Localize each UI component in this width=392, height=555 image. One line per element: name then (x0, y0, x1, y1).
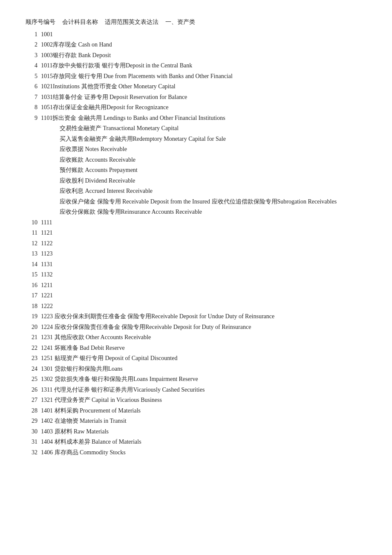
rows2-section: 1011111111211211221311231411311511321612… (26, 218, 366, 458)
row-content: 1301 贷款银行和保险共用Loans (41, 364, 366, 375)
row-content: 1021Institutions 其他货币资金 Other Monetary C… (41, 81, 366, 92)
table-row: 271321 代理业务资产 Capital in Vicarious Busin… (26, 395, 366, 406)
indented-row: 交易性金融资产 Transactional Monetary Capital (26, 123, 366, 134)
row-num: 8 (26, 102, 37, 113)
indented-content: 应收账款 Accounts Receivable (60, 155, 366, 166)
table-row: 11001 (26, 29, 366, 40)
row-num: 32 (26, 447, 37, 458)
row-content: 1251 贴现资产 银行专用 Deposit of Capital Discou… (41, 353, 366, 364)
table-row: 231251 贴现资产 银行专用 Deposit of Capital Disc… (26, 353, 366, 364)
row-num: 28 (26, 406, 37, 416)
table-row: 161211 (26, 280, 366, 291)
row-content: 1402 在途物资 Materials in Transit (41, 416, 366, 427)
row-content: 1401 材料采购 Procurement of Materials (41, 406, 366, 416)
table-row: 261311 代理兑付证券 银行和证券共用Vicariously Cashed … (26, 385, 366, 395)
row-num: 21 (26, 332, 37, 343)
row-content: 1015存放同业 银行专用 Due from Placements with B… (41, 71, 366, 82)
indented-row: 应收股利 Dividend Receivable (26, 176, 366, 186)
row-num: 29 (26, 416, 37, 427)
table-row: 311404 材料成本差异 Balance of Materials (26, 437, 366, 447)
row-content: 1403 原材料 Raw Materials (41, 427, 366, 437)
table-row: 301403 原材料 Raw Materials (26, 427, 366, 437)
row-content: 1224 应收分保保险责任准备金 保险专用Receivable Deposit … (41, 322, 366, 333)
row-content: 1111 (41, 218, 366, 228)
row-num: 5 (26, 71, 37, 82)
row-num: 11 (26, 228, 37, 238)
header-col2: 会计科目名称 (62, 17, 98, 28)
row-num: 20 (26, 322, 37, 333)
table-row: 251302 贷款损失准备 银行和保险共用Loans Impairment Re… (26, 374, 366, 385)
row-num: 23 (26, 353, 37, 364)
indented-content: 应收保户储金 保险专用 Receivable Deposit from the … (60, 197, 366, 207)
row-content: 1222 (41, 301, 366, 312)
row-content: 1223 应收分保未到期责任准备金 保险专用Receivable Deposit… (41, 311, 366, 322)
row-content: 1031结算备付金 证券专用 Deposit Reservation for B… (41, 92, 366, 103)
table-row: 181222 (26, 301, 366, 312)
indented-row: 应收账款 Accounts Receivable (26, 155, 366, 166)
row-content: 1121 (41, 228, 366, 238)
indented-content: 应收利息 Accrued Interest Receivable (60, 186, 366, 197)
table-row: 291402 在途物资 Materials in Transit (26, 416, 366, 427)
row-content: 1001 (41, 29, 366, 40)
table-row: 101111 (26, 218, 366, 228)
table-row: 61021Institutions 其他货币资金 Other Monetary … (26, 81, 366, 92)
indented-row: 应收利息 Accrued Interest Receivable (26, 186, 366, 197)
table-row: 171221 (26, 291, 366, 301)
row-content: 1404 材料成本差异 Balance of Materials (41, 437, 366, 447)
table-row: 151132 (26, 270, 366, 280)
row-num: 1 (26, 29, 37, 40)
row-num: 16 (26, 280, 37, 291)
table-row: 31003银行存款 Bank Deposit (26, 50, 366, 61)
row-content: 1241 坏账准备 Bad Debit Reserve (41, 343, 366, 354)
table-row: 241301 贷款银行和保险共用Loans (26, 364, 366, 375)
indented-row: 买入返售金融资产 金融共用Redemptory Monetary Capital… (26, 134, 366, 145)
table-row: 51015存放同业 银行专用 Due from Placements with … (26, 71, 366, 82)
row-content: 1406 库存商品 Commodity Stocks (41, 447, 366, 458)
row-content: 1132 (41, 270, 366, 280)
table-row: 121122 (26, 238, 366, 249)
indented-row: 预付账款 Accounts Prepayment (26, 165, 366, 176)
table-row: 211231 其他应收款 Other Accounts Receivable (26, 332, 366, 343)
row-num: 4 (26, 61, 37, 71)
table-row: 201224 应收分保保险责任准备金 保险专用Receivable Deposi… (26, 322, 366, 333)
row-num: 2 (26, 40, 37, 50)
row-content: 1003银行存款 Bank Deposit (41, 50, 366, 61)
row-num: 27 (26, 395, 37, 406)
table-row: 41011存放中央银行款项 银行专用Deposit in the Central… (26, 61, 366, 71)
row-content: 1131 (41, 259, 366, 270)
row-num: 31 (26, 437, 37, 447)
table-row: 111121 (26, 228, 366, 238)
row-content: 1123 (41, 249, 366, 259)
table-row: 191223 应收分保未到期责任准备金 保险专用Receivable Depos… (26, 311, 366, 322)
table-row: 91101拆出资金 金融共用 Lendings to Banks and Oth… (26, 113, 366, 124)
row-content: 1122 (41, 238, 366, 249)
header-col1: 顺序号编号 (26, 17, 55, 28)
row-num: 12 (26, 238, 37, 249)
row-content: 1101拆出资金 金融共用 Lendings to Banks and Othe… (41, 113, 366, 124)
indented-row: 应收票据 Notes Receivable (26, 144, 366, 155)
page-container: 顺序号编号 会计科目名称 适用范围英文表达法 一、资产类 1100121002库… (26, 17, 366, 458)
row-content: 1231 其他应收款 Other Accounts Receivable (41, 332, 366, 343)
indented-content: 应收股利 Dividend Receivable (60, 176, 366, 186)
rows-section: 1100121002库存现金 Cash on Hand31003银行存款 Ban… (26, 29, 366, 124)
header-col3: 适用范围英文表达法 (105, 17, 159, 28)
indented-content: 应收票据 Notes Receivable (60, 144, 366, 155)
table-row: 221241 坏账准备 Bad Debit Reserve (26, 343, 366, 354)
row-content: 1011存放中央银行款项 银行专用Deposit in the Central … (41, 61, 366, 71)
row-content: 1051存出保证金金融共用Deposit for Recognizance (41, 102, 366, 113)
row-content: 1321 代理业务资产 Capital in Vicarious Busines… (41, 395, 366, 406)
row-num: 9 (26, 113, 37, 124)
row-num: 13 (26, 249, 37, 259)
row-content: 1221 (41, 291, 366, 301)
row-num: 3 (26, 50, 37, 61)
indented-content: 交易性金融资产 Transactional Monetary Capital (60, 123, 366, 134)
row-num: 26 (26, 385, 37, 395)
row-num: 30 (26, 427, 37, 437)
table-row: 21002库存现金 Cash on Hand (26, 40, 366, 50)
indented-section: 交易性金融资产 Transactional Monetary Capital买入… (26, 123, 366, 218)
indented-row: 应收保户储金 保险专用 Receivable Deposit from the … (26, 197, 366, 207)
row-content: 1302 贷款损失准备 银行和保险共用Loans Impairment Rese… (41, 374, 366, 385)
row-num: 17 (26, 291, 37, 301)
row-content: 1002库存现金 Cash on Hand (41, 40, 366, 50)
indented-content: 预付账款 Accounts Prepayment (60, 165, 366, 176)
